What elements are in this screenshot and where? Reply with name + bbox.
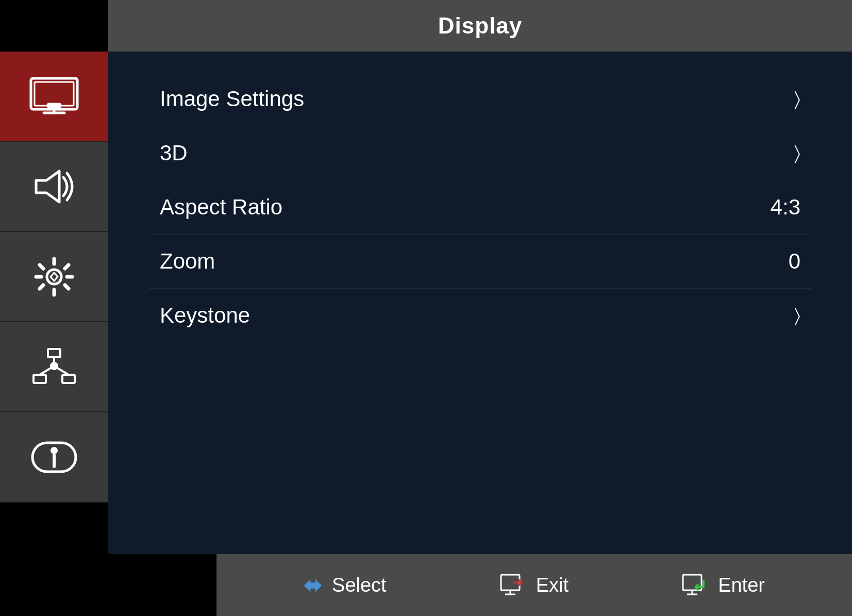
menu-item-image-settings[interactable]: Image Settings 〉 — [149, 72, 811, 126]
content-area: Image Settings 〉 3D 〉 Aspect Ratio 4:3 Z… — [108, 52, 852, 554]
footer-exit[interactable]: Exit — [499, 573, 569, 597]
footer-select[interactable]: ⬌ Select — [304, 573, 387, 598]
main-area: Image Settings 〉 3D 〉 Aspect Ratio 4:3 Z… — [0, 52, 852, 554]
menu-item-label: Zoom — [160, 249, 215, 274]
svg-marker-7 — [51, 273, 58, 281]
menu-item-aspect-ratio[interactable]: Aspect Ratio 4:3 — [149, 180, 811, 235]
menu-item-label: Aspect Ratio — [160, 195, 282, 220]
sidebar-item-audio[interactable] — [0, 142, 108, 232]
audio-icon — [28, 166, 80, 207]
enter-icon — [681, 573, 708, 597]
footer-enter[interactable]: Enter — [681, 573, 765, 597]
footer-enter-label: Enter — [718, 574, 765, 596]
exit-icon — [499, 573, 526, 597]
info-icon — [28, 437, 80, 478]
app-container: Display — [0, 0, 852, 616]
chevron-right-icon: 〉 — [794, 142, 800, 164]
menu-item-value: 4:3 — [771, 195, 800, 220]
page-title: Display — [438, 13, 523, 39]
menu-item-keystone[interactable]: Keystone 〉 — [149, 289, 811, 342]
menu-item-label: Keystone — [160, 303, 250, 328]
footer-exit-label: Exit — [536, 574, 569, 596]
gear-icon — [28, 256, 80, 297]
svg-rect-8 — [48, 349, 60, 357]
svg-rect-10 — [62, 375, 75, 383]
menu-item-zoom[interactable]: Zoom 0 — [149, 235, 811, 289]
svg-point-6 — [47, 270, 61, 284]
footer-select-label: Select — [332, 574, 387, 596]
menu-item-3d[interactable]: 3D 〉 — [149, 126, 811, 180]
sidebar-item-network[interactable] — [0, 322, 108, 412]
footer: ⬌ Select Exit — [216, 554, 852, 616]
svg-rect-9 — [34, 375, 46, 383]
network-icon — [28, 346, 80, 388]
sidebar-item-display[interactable] — [0, 52, 108, 142]
svg-point-14 — [52, 363, 57, 369]
display-icon — [28, 76, 80, 117]
header: Display — [108, 0, 852, 52]
menu-item-label: 3D — [160, 141, 188, 165]
sidebar-item-settings[interactable] — [0, 232, 108, 322]
updown-arrow-icon: ⬌ — [304, 573, 322, 598]
svg-rect-4 — [48, 104, 60, 107]
chevron-right-icon: 〉 — [794, 88, 800, 110]
chevron-right-icon: 〉 — [794, 305, 800, 326]
menu-item-value: 0 — [789, 249, 800, 274]
sidebar-item-info[interactable] — [0, 412, 108, 503]
sidebar — [0, 52, 108, 554]
menu-item-label: Image Settings — [160, 87, 304, 111]
svg-marker-5 — [36, 171, 59, 202]
svg-rect-1 — [35, 82, 74, 106]
svg-point-16 — [52, 448, 56, 453]
